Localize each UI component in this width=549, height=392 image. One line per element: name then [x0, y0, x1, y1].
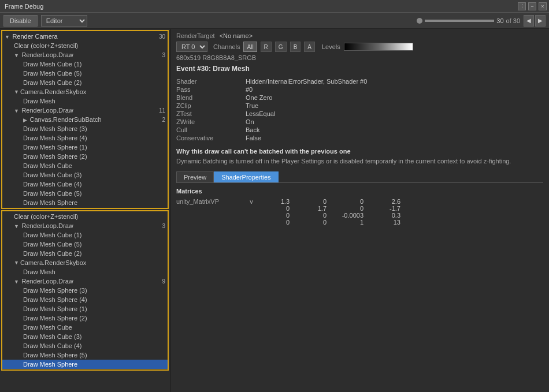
render-target-row: RenderTarget <No name>	[176, 32, 543, 39]
tree-item-cube-5[interactable]: Draw Mesh Cube (5)	[2, 69, 168, 78]
tree-item-sphere-2-1[interactable]: Draw Mesh Sphere (2)	[2, 152, 168, 161]
prev-frame-button[interactable]: ◀	[524, 15, 534, 27]
prop-ztest: ZTest LessEqual	[176, 110, 543, 118]
rt-select[interactable]: RT 0	[176, 42, 207, 52]
event-title: Event #30: Draw Mesh	[176, 65, 543, 73]
renderloop-draw-4-label: RenderLoop.Draw	[21, 278, 73, 285]
tree-section-2: Clear (color+Z+stencil) ▼ RenderLoop.Dra…	[1, 210, 169, 371]
window-title: Frame Debug	[5, 3, 43, 10]
prop-shader-value: Hidden/InternalErrorShader, SubShader #0	[246, 78, 367, 85]
matrices-section: Matrices unity_MatrixVP v 1.3 0 0 2.6 0 …	[176, 188, 543, 226]
tree-item-clear-1[interactable]: Clear (color+Z+stencil)	[2, 41, 168, 50]
tree-item-camera-skybox-2[interactable]: ▼ Camera.RenderSkybox	[2, 258, 168, 267]
tree-item-sphere-1-1[interactable]: Draw Mesh Sphere (1)	[2, 143, 168, 152]
window-controls: ⋮ − ×	[518, 2, 547, 10]
prop-shader-label: Shader	[176, 78, 246, 85]
matrix-cell-21: 0	[294, 212, 329, 219]
tree-item-sphere-5[interactable]: Draw Mesh Sphere (5)	[2, 350, 168, 360]
warning-title: Why this draw call can't be batched with…	[176, 148, 543, 155]
warning-section: Why this draw call can't be batched with…	[176, 148, 543, 166]
tree-item-renderloop-draw-1[interactable]: ▼ RenderLoop.Draw 3	[2, 50, 168, 59]
tree-item-cube-5-2[interactable]: Draw Mesh Cube (5)	[2, 189, 168, 198]
arrow-rl4: ▼	[14, 279, 20, 285]
tree-item-renderloop-draw-3[interactable]: ▼ RenderLoop.Draw 3	[2, 221, 168, 230]
tree-item-sphere-2-2[interactable]: Draw Mesh Sphere (2)	[2, 313, 168, 323]
tree-item-render-camera[interactable]: ▼ Render Camera 30	[2, 32, 168, 41]
channel-b-button[interactable]: B	[290, 42, 301, 52]
renderloop-draw-badge-1: 3	[162, 52, 165, 58]
render-target-value: <No name>	[220, 32, 253, 39]
channel-all-button[interactable]: All	[243, 42, 257, 52]
renderloop-draw-2-badge: 11	[159, 107, 165, 114]
tree-item-cube-2[interactable]: Draw Mesh Cube (2)	[2, 78, 168, 87]
tree-item-draw-mesh-1[interactable]: Draw Mesh	[2, 96, 168, 106]
matrix-cell-32: 1	[331, 219, 366, 226]
arrow-canvas-1: ▶	[23, 117, 29, 123]
render-camera-badge: 30	[159, 33, 165, 40]
disable-button[interactable]: Disable	[3, 15, 38, 27]
cube-plain-2-label: Draw Mesh Cube	[23, 324, 72, 331]
prop-ztest-label: ZTest	[176, 110, 246, 117]
tree-item-cube-1-2[interactable]: Draw Mesh Cube (1)	[2, 230, 168, 240]
tree-item-cube-3-2[interactable]: Draw Mesh Cube (3)	[2, 332, 168, 341]
tree-item-sphere-3-1[interactable]: Draw Mesh Sphere (3)	[2, 124, 168, 133]
sphere-selected-label: Draw Mesh Sphere	[23, 361, 77, 368]
tree-item-cube-1[interactable]: Draw Mesh Cube (1)	[2, 59, 168, 69]
tree-item-sphere-selected[interactable]: Draw Mesh Sphere	[2, 360, 168, 369]
frame-slider[interactable]	[425, 20, 494, 22]
cube-5-label: Draw Mesh Cube (5)	[23, 70, 81, 77]
cube-2-2-label: Draw Mesh Cube (2)	[23, 250, 81, 257]
prop-cull-label: Cull	[176, 126, 246, 133]
matrix-cell-20: 0	[257, 212, 292, 219]
tree-item-cube-3-1[interactable]: Draw Mesh Cube (3)	[2, 170, 168, 180]
tab-shader-properties[interactable]: ShaderProperties	[214, 171, 279, 182]
arrow-skybox-1: ▼	[14, 89, 19, 95]
matrices-title: Matrices	[176, 188, 543, 195]
cube-4-1-label: Draw Mesh Cube (4)	[23, 181, 81, 188]
prop-zwrite-label: ZWrite	[176, 118, 246, 125]
close-icon[interactable]: ×	[539, 2, 547, 10]
channel-r-button[interactable]: R	[261, 42, 272, 52]
prop-conservative: Conservative False	[176, 134, 543, 142]
prop-shader: Shader Hidden/InternalErrorShader, SubSh…	[176, 77, 543, 85]
render-camera-label: Render Camera	[12, 33, 57, 40]
tree-item-camera-skybox-1[interactable]: ▼ Camera.RenderSkybox	[2, 87, 168, 96]
tree-item-sphere-4-1[interactable]: Draw Mesh Sphere (4)	[2, 133, 168, 143]
matrix-cell-30: 0	[257, 219, 292, 226]
dots-icon[interactable]: ⋮	[518, 2, 526, 10]
tree-item-renderloop-draw-2[interactable]: ▼ RenderLoop.Draw 11	[2, 106, 168, 115]
tree-item-draw-mesh-2[interactable]: Draw Mesh	[2, 267, 168, 277]
minimize-icon[interactable]: −	[528, 2, 536, 10]
tab-preview[interactable]: Preview	[176, 171, 214, 182]
prop-pass-value: #0	[246, 86, 253, 93]
tree-item-cube-5-3[interactable]: Draw Mesh Cube (5)	[2, 240, 168, 249]
tree-item-cube-plain-1[interactable]: Draw Mesh Cube	[2, 161, 168, 170]
tree-item-cube-4-1[interactable]: Draw Mesh Cube (4)	[2, 180, 168, 189]
tree-item-cube-2-2[interactable]: Draw Mesh Cube (2)	[2, 249, 168, 258]
resolution-text: 680x519 R8G8B8A8_SRGB	[176, 54, 543, 61]
channel-g-button[interactable]: G	[275, 42, 287, 52]
tree-item-canvas-sub-1[interactable]: ▶ Canvas.RenderSubBatch 2	[2, 115, 168, 124]
tree-item-renderloop-draw-4[interactable]: ▼ RenderLoop.Draw 9	[2, 277, 168, 286]
tree-item-cube-plain-2[interactable]: Draw Mesh Cube	[2, 323, 168, 332]
sphere-3-1-label: Draw Mesh Sphere (3)	[23, 125, 87, 132]
editor-select[interactable]: Editor	[41, 15, 87, 27]
next-frame-button[interactable]: ▶	[535, 15, 546, 27]
warning-text: Dynamic Batching is turned off in the Pl…	[176, 157, 543, 166]
channel-a-button[interactable]: A	[304, 42, 315, 52]
tree-item-sphere-plain-1[interactable]: Draw Mesh Sphere	[2, 198, 168, 207]
prop-ztest-value: LessEqual	[246, 110, 275, 117]
renderloop-draw-label-1: RenderLoop.Draw	[21, 51, 73, 58]
tree-section-1: ▼ Render Camera 30 Clear (color+Z+stenci…	[1, 30, 169, 209]
right-panel: RenderTarget <No name> RT 0 Channels All…	[170, 29, 549, 392]
tree-item-sphere-3-2[interactable]: Draw Mesh Sphere (3)	[2, 286, 168, 295]
channels-label: Channels	[213, 43, 240, 50]
tree-item-clear-2[interactable]: Clear (color+Z+stencil)	[2, 212, 168, 221]
cube-4-2-label: Draw Mesh Cube (4)	[23, 342, 81, 349]
tree-item-sphere-4-2[interactable]: Draw Mesh Sphere (4)	[2, 295, 168, 304]
tree-item-sphere-1-2[interactable]: Draw Mesh Sphere (1)	[2, 304, 168, 313]
arrow-icon: ▼	[5, 34, 11, 40]
matrix-cell-11: 1.7	[294, 205, 329, 212]
tree-item-cube-4-2[interactable]: Draw Mesh Cube (4)	[2, 341, 168, 350]
slider-of-label: of 30	[506, 17, 520, 24]
